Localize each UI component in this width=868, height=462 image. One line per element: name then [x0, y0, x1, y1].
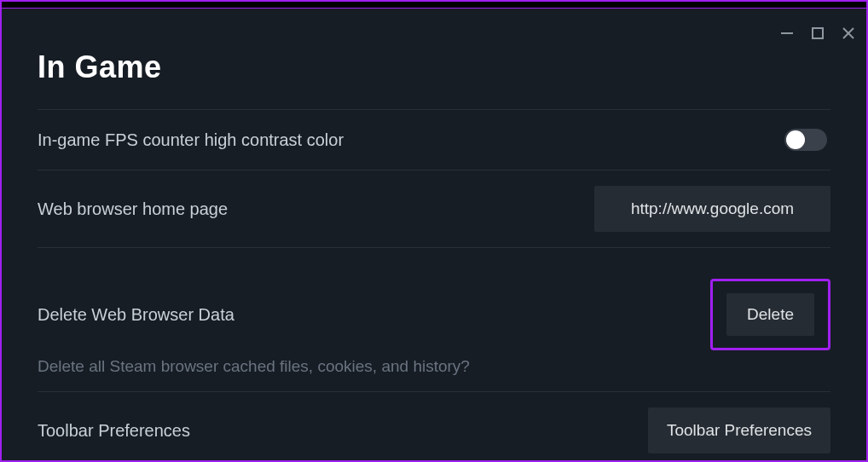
svg-rect-1	[813, 28, 823, 38]
fps-contrast-toggle[interactable]	[784, 129, 827, 151]
delete-data-label: Delete Web Browser Data	[38, 305, 234, 325]
toolbar-label: Toolbar Preferences	[38, 421, 190, 441]
minimize-icon[interactable]	[779, 26, 795, 41]
homepage-label: Web browser home page	[38, 199, 228, 219]
setting-delete-data: Delete Web Browser Data Delete	[38, 272, 830, 362]
setting-homepage: Web browser home page	[38, 170, 830, 247]
homepage-input[interactable]	[594, 186, 830, 232]
setting-toolbar: Toolbar Preferences Toolbar Preferences	[38, 392, 830, 462]
maximize-icon[interactable]	[810, 26, 825, 41]
toggle-knob	[786, 130, 805, 149]
setting-fps-contrast: In-game FPS counter high contrast color	[38, 110, 830, 170]
page-title: In Game	[38, 49, 830, 85]
delete-button-highlight: Delete	[710, 279, 830, 350]
fps-contrast-label: In-game FPS counter high contrast color	[38, 130, 344, 150]
delete-data-description: Delete all Steam browser cached files, c…	[38, 357, 830, 376]
close-icon[interactable]	[841, 26, 856, 41]
toolbar-preferences-button[interactable]: Toolbar Preferences	[648, 407, 830, 453]
delete-button[interactable]: Delete	[726, 293, 814, 336]
